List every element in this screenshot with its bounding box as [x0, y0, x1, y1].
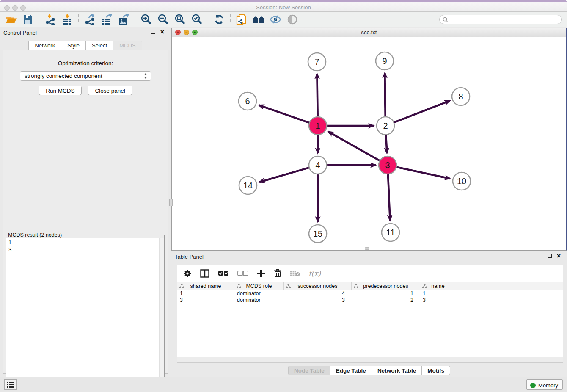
tab-node-table[interactable]: Node Table [288, 366, 330, 375]
zoom-in-button[interactable] [138, 13, 154, 26]
eye-slash-icon [269, 14, 282, 25]
zoom-selected-icon [191, 14, 203, 25]
criterion-dropdown[interactable]: strongly connected component [20, 71, 151, 81]
application-window: Session: New Session [0, 0, 567, 392]
graph-edge-4-14[interactable] [259, 168, 309, 182]
canvas-scroll-grip[interactable] [365, 247, 369, 250]
window-titlebar: Session: New Session [0, 0, 567, 12]
graph-edge-1-6[interactable] [259, 105, 309, 123]
column-header-MCDS-role[interactable]: MCDS role [234, 282, 284, 290]
table-cell[interactable]: 4 [284, 290, 352, 297]
settings-gear-icon[interactable] [183, 269, 192, 278]
column-header-successor-nodes[interactable]: successor nodes [284, 282, 352, 290]
tab-network-table[interactable]: Network Table [372, 366, 421, 375]
import-network-button[interactable] [42, 13, 59, 26]
result-line: 3 [8, 246, 164, 253]
export-image-icon [117, 14, 130, 25]
graph-node-label: 10 [457, 177, 466, 186]
graph-edge-3-11[interactable] [388, 174, 390, 221]
graph-edge-1-7[interactable] [317, 74, 317, 117]
open-session-button[interactable] [3, 13, 19, 26]
graph-edge-2-3[interactable] [386, 135, 387, 153]
column-header-predecessor-nodes[interactable]: predecessor nodes [352, 282, 420, 290]
table-row[interactable]: 1dominator411 [177, 290, 563, 297]
export-table-button[interactable] [98, 13, 115, 26]
show-graphics-details-button[interactable] [284, 13, 301, 26]
refresh-view-button[interactable] [211, 13, 228, 26]
run-mcds-button[interactable]: Run MCDS [39, 86, 82, 95]
tab-mcds[interactable]: MCDS [113, 41, 142, 50]
table-cell[interactable]: 1 [420, 290, 456, 297]
eye-icon [287, 14, 298, 25]
tab-select[interactable]: Select [85, 41, 113, 50]
delete-table-icon[interactable] [290, 270, 300, 277]
tab-style[interactable]: Style [61, 41, 85, 50]
home-button[interactable] [250, 13, 267, 26]
task-history-button[interactable] [4, 379, 17, 390]
import-table-button[interactable] [59, 13, 76, 26]
table-row[interactable]: 3dominator323 [177, 297, 563, 304]
result-scrollbar[interactable] [159, 238, 164, 389]
open-mcds-files-button[interactable] [233, 13, 250, 26]
graph-edge-2-8[interactable] [394, 101, 450, 122]
table-panel-title: Table Panel [175, 254, 204, 260]
mcds-result-text[interactable]: 1 3 [6, 238, 164, 389]
home-icon [252, 14, 265, 25]
tab-network[interactable]: Network [28, 41, 61, 50]
table-close-icon[interactable]: ✕ [556, 253, 561, 259]
function-builder-icon[interactable]: f(x) [308, 269, 321, 278]
network-window-titlebar[interactable]: × − + scc.txt [172, 28, 566, 37]
import-network-icon [44, 14, 56, 25]
table-cell[interactable]: 1 [352, 290, 420, 297]
delete-column-icon[interactable] [274, 269, 281, 278]
table-cell[interactable]: dominator [234, 290, 284, 297]
zoom-selected-button[interactable] [188, 13, 205, 26]
control-panel-tab-strip: Network Style Select MCDS [0, 41, 171, 50]
select-all-icon[interactable] [218, 271, 229, 276]
zoom-fit-button[interactable] [171, 13, 188, 26]
table-cell[interactable]: 3 [420, 297, 456, 304]
mcds-result-group: MCDS result (2 nodes) 1 3 [6, 232, 165, 389]
search-field[interactable] [439, 15, 562, 24]
memory-label: Memory [538, 382, 558, 389]
graph-edge-2-9[interactable] [385, 73, 385, 117]
close-panel-button[interactable]: Close panel [88, 86, 132, 95]
table-cell[interactable]: 2 [352, 297, 420, 304]
float-panel-icon[interactable] [151, 30, 155, 34]
table-cell[interactable]: 3 [284, 297, 352, 304]
table-panel: Table Panel ✕ f(x) shared nameMCDS roles… [171, 251, 567, 377]
export-image-button[interactable] [115, 13, 132, 26]
graph-edge-3-1[interactable] [328, 132, 380, 161]
table-horizontal-scrollbar[interactable] [177, 357, 563, 362]
split-panel-icon[interactable] [200, 269, 209, 278]
table-cell[interactable]: 1 [177, 290, 234, 297]
main-toolbar [0, 12, 567, 27]
export-network-icon [84, 14, 96, 25]
column-header-name[interactable]: name [420, 282, 456, 290]
table-cell[interactable]: 3 [177, 297, 234, 304]
zoom-fit-icon [174, 14, 186, 25]
export-network-button[interactable] [81, 13, 98, 26]
search-input[interactable] [448, 17, 561, 22]
table-cell[interactable]: dominator [234, 297, 284, 304]
panel-divider-grip[interactable] [169, 199, 173, 206]
add-column-icon[interactable] [257, 269, 265, 278]
tab-edge-table[interactable]: Edge Table [330, 366, 372, 375]
table-float-icon[interactable] [548, 254, 552, 258]
hide-graphics-details-button[interactable] [267, 13, 284, 26]
table-toolbar: f(x) [177, 265, 563, 282]
memory-button[interactable]: Memory [526, 379, 563, 390]
deselect-all-icon[interactable] [237, 271, 248, 276]
close-panel-icon[interactable]: ✕ [160, 29, 165, 35]
tab-motifs[interactable]: Motifs [421, 366, 450, 375]
mcds-panel: Optimization criterion: strongly connect… [3, 50, 168, 374]
column-header-shared-name[interactable]: shared name [177, 282, 234, 290]
graph-node-label: 1 [315, 121, 320, 130]
search-icon [443, 17, 448, 22]
save-session-button[interactable] [19, 13, 36, 26]
zoom-out-button[interactable] [154, 13, 171, 26]
network-window-title: scc.txt [172, 29, 566, 36]
status-bar: Memory [0, 377, 567, 392]
network-canvas[interactable]: 1234678910111415 [172, 37, 566, 250]
graph-edge-3-10[interactable] [396, 167, 450, 179]
